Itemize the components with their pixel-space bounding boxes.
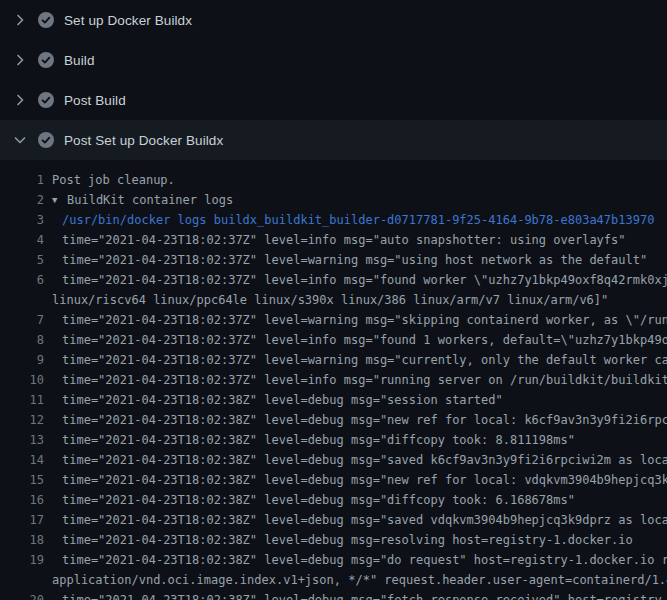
log-text: time="2021-04-23T18:02:38Z" level=debug … xyxy=(62,470,667,490)
line-number[interactable]: 15 xyxy=(0,470,44,490)
log-text: time="2021-04-23T18:02:38Z" level=debug … xyxy=(62,410,667,430)
log-text: time="2021-04-23T18:02:37Z" level=info m… xyxy=(62,330,667,350)
line-number[interactable]: 12 xyxy=(0,410,44,430)
chevron-right-icon[interactable] xyxy=(12,92,28,108)
line-number[interactable]: 4 xyxy=(0,230,44,250)
line-number[interactable]: 13 xyxy=(0,430,44,450)
line-number[interactable]: 11 xyxy=(0,390,44,410)
step-row-post-set-up-docker-buildx[interactable]: Post Set up Docker Buildx xyxy=(0,120,667,160)
log-text: linux/riscv64 linux/ppc64le linux/s390x … xyxy=(52,290,608,310)
command-text: /usr/bin/docker logs buildx_buildkit_bui… xyxy=(62,210,654,230)
log-line: 3/usr/bin/docker logs buildx_buildkit_bu… xyxy=(0,210,667,230)
check-circle-icon xyxy=(38,12,54,28)
log-line: 7time="2021-04-23T18:02:37Z" level=warni… xyxy=(0,310,667,330)
chevron-down-icon[interactable] xyxy=(12,132,28,148)
line-number[interactable]: 2 xyxy=(0,190,44,210)
log-text: Post job cleanup. xyxy=(52,170,175,190)
line-number[interactable]: 20 xyxy=(0,590,44,600)
log-line: 1Post job cleanup. xyxy=(0,170,667,190)
line-number[interactable]: 14 xyxy=(0,450,44,470)
log-line-continuation: application/vnd.oci.image.index.v1+json,… xyxy=(0,570,667,590)
check-circle-icon xyxy=(38,132,54,148)
log-text: time="2021-04-23T18:02:37Z" level=warnin… xyxy=(62,350,667,370)
log-text: time="2021-04-23T18:02:38Z" level=debug … xyxy=(62,530,633,550)
step-title: Set up Docker Buildx xyxy=(64,13,192,28)
log-text: time="2021-04-23T18:02:37Z" level=warnin… xyxy=(62,310,667,330)
log-line: 17time="2021-04-23T18:02:38Z" level=debu… xyxy=(0,510,667,530)
log-line: 18time="2021-04-23T18:02:38Z" level=debu… xyxy=(0,530,667,550)
log-text: application/vnd.oci.image.index.v1+json,… xyxy=(52,570,667,590)
line-number[interactable]: 18 xyxy=(0,530,44,550)
line-number[interactable]: 5 xyxy=(0,250,44,270)
line-number xyxy=(0,570,44,590)
step-title: Post Set up Docker Buildx xyxy=(64,133,223,148)
log-line: 2▼BuildKit container logs xyxy=(0,190,667,210)
log-line: 13time="2021-04-23T18:02:38Z" level=debu… xyxy=(0,430,667,450)
log-text: time="2021-04-23T18:02:38Z" level=debug … xyxy=(62,450,667,470)
line-number[interactable]: 6 xyxy=(0,270,44,290)
line-number[interactable]: 10 xyxy=(0,370,44,390)
log-text: time="2021-04-23T18:02:38Z" level=debug … xyxy=(62,430,575,450)
log-area: 1Post job cleanup.2▼BuildKit container l… xyxy=(0,160,667,600)
line-number[interactable]: 8 xyxy=(0,330,44,350)
check-circle-icon xyxy=(38,52,54,68)
log-line: 6time="2021-04-23T18:02:37Z" level=info … xyxy=(0,270,667,290)
line-number[interactable]: 9 xyxy=(0,350,44,370)
log-text: time="2021-04-23T18:02:37Z" level=info m… xyxy=(62,370,667,390)
line-number xyxy=(0,290,44,310)
log-line: 16time="2021-04-23T18:02:38Z" level=debu… xyxy=(0,490,667,510)
collapse-triangle-icon[interactable]: ▼ xyxy=(52,190,67,210)
check-circle-icon xyxy=(38,92,54,108)
log-line: 4time="2021-04-23T18:02:37Z" level=info … xyxy=(0,230,667,250)
log-text: time="2021-04-23T18:02:37Z" level=info m… xyxy=(62,230,626,250)
log-line-continuation: linux/riscv64 linux/ppc64le linux/s390x … xyxy=(0,290,667,310)
step-title: Post Build xyxy=(64,93,126,108)
line-number[interactable]: 16 xyxy=(0,490,44,510)
line-number[interactable]: 17 xyxy=(0,510,44,530)
log-line: 5time="2021-04-23T18:02:37Z" level=warni… xyxy=(0,250,667,270)
step-row-build[interactable]: Build xyxy=(0,40,667,80)
log-line: 15time="2021-04-23T18:02:38Z" level=debu… xyxy=(0,470,667,490)
chevron-right-icon[interactable] xyxy=(12,12,28,28)
log-text: time="2021-04-23T18:02:38Z" level=debug … xyxy=(62,390,503,410)
log-line: 20time="2021-04-23T18:02:38Z" level=debu… xyxy=(0,590,667,600)
log-line: 9time="2021-04-23T18:02:37Z" level=warni… xyxy=(0,350,667,370)
log-line: 8time="2021-04-23T18:02:37Z" level=info … xyxy=(0,330,667,350)
line-number[interactable]: 19 xyxy=(0,550,44,570)
actions-log-viewer: Set up Docker BuildxBuildPost BuildPost … xyxy=(0,0,667,600)
step-row-post-build[interactable]: Post Build xyxy=(0,80,667,120)
log-text: time="2021-04-23T18:02:38Z" level=debug … xyxy=(62,510,667,530)
chevron-right-icon[interactable] xyxy=(12,52,28,68)
log-line: 19time="2021-04-23T18:02:38Z" level=debu… xyxy=(0,550,667,570)
log-text: BuildKit container logs xyxy=(67,190,233,210)
log-text: time="2021-04-23T18:02:37Z" level=info m… xyxy=(62,270,667,290)
line-number[interactable]: 1 xyxy=(0,170,44,190)
step-row-set-up-docker-buildx[interactable]: Set up Docker Buildx xyxy=(0,0,667,40)
log-text: time="2021-04-23T18:02:38Z" level=debug … xyxy=(62,550,667,570)
log-text: time="2021-04-23T18:02:38Z" level=debug … xyxy=(62,590,667,600)
step-title: Build xyxy=(64,53,95,68)
log-line: 12time="2021-04-23T18:02:38Z" level=debu… xyxy=(0,410,667,430)
line-number[interactable]: 7 xyxy=(0,310,44,330)
line-number[interactable]: 3 xyxy=(0,210,44,230)
log-text: time="2021-04-23T18:02:37Z" level=warnin… xyxy=(62,250,647,270)
log-line: 14time="2021-04-23T18:02:38Z" level=debu… xyxy=(0,450,667,470)
log-line: 11time="2021-04-23T18:02:38Z" level=debu… xyxy=(0,390,667,410)
log-text: time="2021-04-23T18:02:38Z" level=debug … xyxy=(62,490,575,510)
log-line: 10time="2021-04-23T18:02:37Z" level=info… xyxy=(0,370,667,390)
step-list: Set up Docker BuildxBuildPost BuildPost … xyxy=(0,0,667,160)
